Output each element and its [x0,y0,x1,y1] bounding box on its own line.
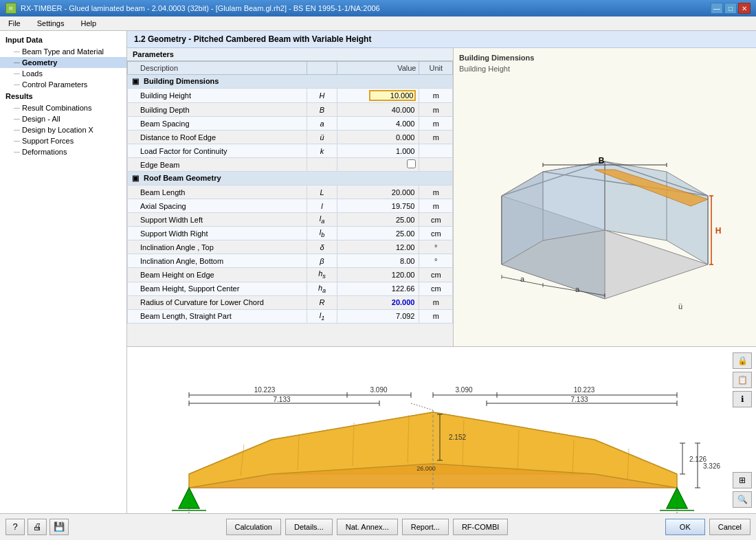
menu-settings[interactable]: Settings [32,18,70,29]
row-beam-height-edge-unit: cm [419,268,453,282]
table-row: Building Depth B 40.000 m [128,103,453,117]
params-table: Description Value Unit ▣ Bu [127,61,453,324]
row-beam-spacing-unit: m [419,117,453,131]
section-title: 1.2 Geometry - Pitched Cambered Beam wit… [127,31,756,48]
sidebar-item-support-forces[interactable]: Support Forces [0,135,126,146]
parameters-section: Parameters Description Value Unit [127,48,454,346]
row-beam-height-edge-var: hs [307,268,337,282]
row-beam-length-straight-var: l1 [307,309,337,323]
row-incl-top-val: 12.00 [337,240,419,254]
footer-right: OK Cancel [665,519,751,535]
cancel-button[interactable]: Cancel [709,519,751,535]
row-beam-spacing-desc: Beam Spacing [128,117,307,131]
table-row: Building Height H m [128,89,453,103]
row-support-left-desc: Support Width Left [128,213,307,227]
row-radius-desc: Radius of Curvature for Lower Chord [128,295,307,309]
row-beam-height-support-var: ha [307,282,337,295]
table-row: Edge Beam [128,158,453,172]
svg-text:a: a [520,275,525,283]
row-axial-spacing-unit: m [419,199,453,213]
copy-diagram-button[interactable]: 📋 [733,372,752,388]
zoom-in-button[interactable]: 🔍 [733,491,752,508]
row-load-factor-desc: Load Factor for Continuity [128,144,307,158]
sidebar-item-loads[interactable]: Loads [0,68,126,79]
svg-text:H: H [715,226,722,236]
table-row: Beam Length, Straight Part l1 7.092 m [128,309,453,323]
info-diagram-button[interactable]: ℹ [733,391,752,407]
maximize-button[interactable]: □ [724,3,737,14]
save-footer-button[interactable]: 💾 [49,519,69,535]
row-incl-bottom-val: 8.00 [337,254,419,268]
row-edge-beam-desc: Edge Beam [128,158,307,172]
params-table-container[interactable]: Description Value Unit ▣ Bu [127,61,453,346]
minimize-button[interactable]: — [711,3,723,14]
row-edge-beam-unit [419,158,453,172]
sidebar-item-beam-type[interactable]: Beam Type and Material [0,46,126,57]
menu-bar: File Settings Help [0,16,756,31]
close-button[interactable]: ✕ [738,3,751,14]
building-height-input[interactable] [369,90,416,101]
menu-file[interactable]: File [3,18,26,29]
view-3d-subtitle: Building Height [459,65,751,73]
sidebar-item-control-params[interactable]: Control Parameters [0,79,126,90]
sidebar-item-geometry[interactable]: Geometry [0,57,126,68]
nat-annex-button[interactable]: Nat. Annex... [337,519,398,535]
svg-text:B: B [599,156,605,166]
top-panel: Parameters Description Value Unit [127,48,756,347]
table-row: Beam Height on Edge hs 120.00 cm [128,268,453,282]
row-beam-length-straight-unit: m [419,309,453,323]
sidebar-item-design-location[interactable]: Design by Location X [0,124,126,135]
svg-text:10.223: 10.223 [574,386,595,394]
help-footer-button[interactable]: ? [5,519,25,535]
details-button[interactable]: Details... [285,519,333,535]
view-3d-section: Building Dimensions Building Height [454,48,756,346]
view-3d-canvas: B H a a ü [459,78,751,341]
sidebar-item-design-all[interactable]: Design - All [0,113,126,124]
menu-help[interactable]: Help [75,18,102,29]
col-header-var [307,62,337,75]
row-support-left-var: la [307,213,337,227]
row-beam-height-support-desc: Beam Height, Support Center [128,282,307,295]
svg-line-56 [411,403,433,410]
row-building-depth-var: B [307,103,337,117]
row-building-height-val[interactable] [337,89,419,103]
ok-button[interactable]: OK [665,519,705,535]
table-row: Radius of Curvature for Lower Chord R 20… [128,295,453,309]
row-beam-height-edge-desc: Beam Height on Edge [128,268,307,282]
row-incl-top-unit: ° [419,240,453,254]
row-support-left-val: 25.00 [337,213,419,227]
group-roof-beam[interactable]: ▣ Roof Beam Geometry [128,172,453,185]
rf-combi-button[interactable]: RF-COMBI [453,519,508,535]
input-data-label: Input Data [0,34,126,46]
print-footer-button[interactable]: 🖨 [27,519,47,535]
row-dist-roof-unit: m [419,131,453,144]
row-edge-beam-val[interactable] [337,158,419,172]
report-button[interactable]: Report... [402,519,449,535]
sidebar-item-result-combinations[interactable]: Result Combinations [0,102,126,113]
calculation-button[interactable]: Calculation [226,519,281,535]
diagram-controls-top: 🔒 📋 ℹ [733,352,752,407]
row-dist-roof-var: ü [307,131,337,144]
lock-diagram-button[interactable]: 🔒 [733,352,752,369]
parameters-title: Parameters [127,48,453,61]
zoom-fit-button[interactable]: ⊞ [733,472,752,488]
row-load-factor-val: 1.000 [337,144,419,158]
table-row: Support Width Left la 25.00 cm [128,213,453,227]
table-row: Load Factor for Continuity k 1.000 [128,144,453,158]
svg-text:ü: ü [678,302,682,311]
sidebar-item-deformations[interactable]: Deformations [0,146,126,157]
table-row: Inclination Angle , Top δ 12.00 ° [128,240,453,254]
row-beam-length-straight-val: 7.092 [337,309,419,323]
col-header-val: Value [337,62,419,75]
group-building-dims[interactable]: ▣ Building Dimensions [128,75,453,89]
svg-text:2.152: 2.152 [449,434,466,441]
row-incl-bottom-unit: ° [419,254,453,268]
row-building-height-desc: Building Height [128,89,307,103]
table-row: Beam Height, Support Center ha 122.66 cm [128,282,453,295]
svg-text:26.000: 26.000 [416,465,436,472]
svg-text:10.223: 10.223 [254,386,276,394]
edge-beam-checkbox[interactable] [407,159,416,168]
bottom-panel: 10.223 3.090 3.090 10.223 [127,347,756,513]
row-edge-beam-var [307,158,337,172]
app-icon: R [5,3,16,14]
